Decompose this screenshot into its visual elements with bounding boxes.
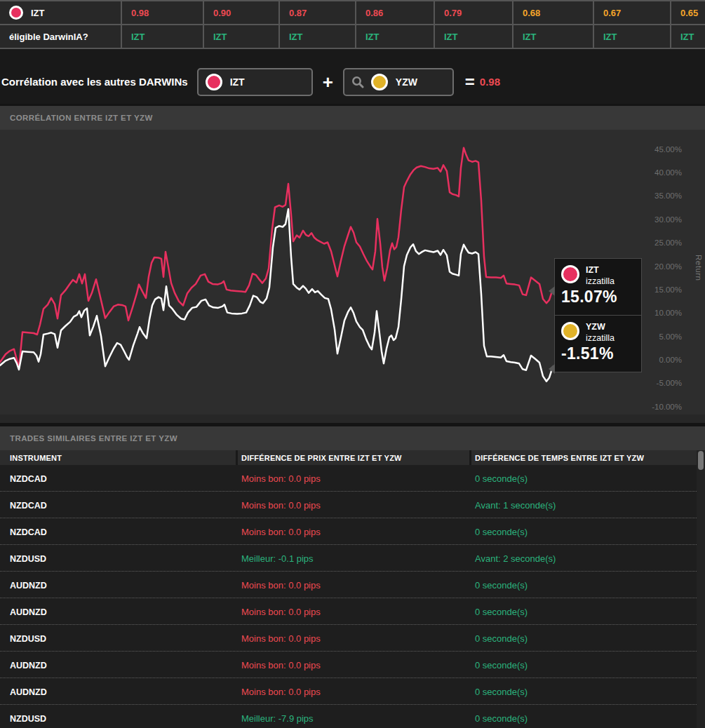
tooltip-return-value: 15.07% [561, 288, 641, 306]
yzw-dot-icon [371, 74, 388, 90]
scrollbar-thumb[interactable] [698, 451, 704, 470]
trades-column-header: DIFFÉRENCE DE PRIX ENTRE IZT ET YZW [238, 450, 469, 465]
table-row: NZDUSDMoins bon: 0.0 pips0 seconde(s) [0, 625, 705, 652]
matrix-darwin-cell: IZT [0, 1, 121, 24]
darwin-selector-left[interactable]: IZT [197, 68, 313, 96]
x-axis-band [0, 414, 705, 423]
table-row: NZDCADMoins bon: 0.0 pips0 seconde(s) [0, 518, 705, 545]
correlation-value-cell: 0.90 [204, 1, 278, 24]
price-difference-cell: Moins bon: 0.0 pips [241, 607, 321, 617]
eligible-darwin-link[interactable]: IZT [523, 32, 537, 42]
eligible-darwin-link[interactable]: IZT [213, 32, 227, 42]
series-line-izt [0, 148, 553, 368]
correlation-value-cell: 0.98 [122, 1, 203, 24]
time-difference-cell: 0 seconde(s) [475, 607, 528, 617]
tooltip-darwin-code: IZT [586, 265, 615, 276]
selected-darwin-right: YZW [396, 76, 417, 88]
y-axis-tick-label: 30.00% [654, 215, 682, 224]
correlation-value: 0.67 [603, 8, 621, 18]
y-axis-tick-label: 25.00% [654, 238, 682, 247]
time-difference-cell: 0 seconde(s) [475, 527, 528, 537]
correlation-result: 0.98 [480, 76, 500, 88]
instrument-cell: AUDNZD [10, 581, 47, 591]
matrix-darwin-label: IZT [31, 8, 45, 18]
price-difference-cell: Meilleur: -0.1 pips [241, 553, 314, 564]
correlation-value-cell: 0.87 [280, 1, 355, 24]
tooltip-darwin-owner: izzatilla [586, 333, 615, 344]
correlation-value-cell: 0.86 [356, 1, 434, 24]
table-row: AUDNZDMoins bon: 0.0 pips0 seconde(s) [0, 652, 705, 678]
tooltip-entry-yzw: YZWizzatilla-1.51% [554, 315, 642, 372]
eligible-darwin-link[interactable]: IZT [365, 32, 380, 42]
price-difference-cell: Moins bon: 0.0 pips [241, 473, 321, 484]
eligible-darwin-link[interactable]: IZT [289, 32, 303, 42]
eligible-darwin-link[interactable]: IZT [444, 32, 458, 42]
instrument-cell: AUDNZD [10, 661, 47, 670]
price-difference-cell: Moins bon: 0.0 pips [241, 580, 321, 591]
eligible-darwin-link[interactable]: IZT [603, 32, 617, 42]
matrix-row-darwin: IZT 0.980.900.870.860.790.680.670.65 [0, 1, 705, 24]
instrument-cell: AUDNZD [10, 687, 47, 697]
time-difference-cell: 0 seconde(s) [475, 660, 528, 670]
instrument-cell: NZDUSD [10, 634, 46, 644]
correlation-value: 0.98 [131, 8, 149, 18]
table-row: NZDUSDMeilleur: -0.1 pipsAvant: 2 second… [0, 545, 705, 572]
chart-tooltip: IZTizzatilla15.07%YZWizzatilla-1.51% [554, 258, 642, 372]
price-difference-cell: Moins bon: 0.0 pips [241, 527, 321, 537]
table-row: NZDCADMoins bon: 0.0 pips0 seconde(s) [0, 465, 705, 492]
y-axis-tick-label: 15.00% [654, 285, 682, 294]
tooltip-darwin-code: YZW [586, 322, 615, 333]
spacer [0, 49, 705, 60]
darwin-selector-right[interactable]: YZW [343, 68, 454, 96]
y-axis-title: Return [694, 255, 703, 281]
correlation-bar-label: Corrélation avec les autres DARWINs [1, 76, 188, 88]
series-line-yzw [0, 209, 553, 382]
search-icon [351, 76, 364, 88]
correlation-matrix-table: IZT 0.980.900.870.860.790.680.670.65 éli… [0, 0, 705, 49]
correlation-bar: Corrélation avec les autres DARWINs IZT … [0, 60, 705, 104]
eligible-darwin-cell: IZT [204, 25, 278, 48]
y-axis-tick-label: 0.00% [659, 356, 682, 364]
trades-section-title: TRADES SIMILAIRES ENTRE IZT ET YZW [10, 434, 177, 443]
instrument-cell: NZDUSD [10, 714, 46, 724]
y-axis-tick-label: 35.00% [654, 191, 682, 200]
instrument-cell: AUDNZD [10, 607, 47, 617]
trades-table: INSTRUMENTDIFFÉRENCE DE PRIX ENTRE IZT E… [0, 450, 705, 728]
price-difference-cell: Moins bon: 0.0 pips [241, 660, 321, 670]
correlation-value-cell: 0.79 [435, 1, 512, 24]
instrument-cell: NZDCAD [10, 527, 47, 537]
eligible-darwin-link[interactable]: IZT [680, 32, 694, 42]
y-axis-tick-label: 5.00% [659, 332, 682, 341]
time-difference-cell: 0 seconde(s) [475, 713, 528, 724]
table-row: AUDNZDMoins bon: 0.0 pips0 seconde(s) [0, 678, 705, 705]
eligible-darwin-cell: IZT [594, 25, 670, 48]
trades-column-header: DIFFÉRENCE DE TEMPS ENTRE IZT ET YZW [471, 450, 705, 465]
chart-section-title: CORRÉLATION ENTRE IZT ET YZW [10, 114, 153, 122]
eligible-darwin-cell: IZT [435, 25, 512, 48]
yzw-dot-icon [561, 322, 579, 340]
izt-dot-icon [206, 74, 222, 90]
matrix-row-eligible: éligible DarwinIA? IZTIZTIZTIZTIZTIZTIZT… [0, 25, 705, 48]
izt-dot-icon [9, 6, 23, 20]
tooltip-darwin-owner: izzatilla [586, 276, 615, 288]
time-difference-cell: 0 seconde(s) [475, 473, 528, 484]
equals-operator: = [454, 74, 480, 90]
correlation-value-cell: 0.67 [594, 1, 670, 24]
price-difference-cell: Moins bon: 0.0 pips [241, 687, 321, 697]
eligible-darwin-link[interactable]: IZT [131, 32, 145, 42]
correlation-value: 0.68 [523, 8, 540, 18]
scrollbar-track[interactable] [697, 450, 705, 728]
eligible-darwin-cell: IZT [122, 25, 203, 48]
correlation-value-cell: 0.68 [513, 1, 593, 24]
correlation-value: 0.65 [680, 8, 698, 18]
y-axis-tick-label: 40.00% [654, 168, 682, 177]
trades-table-body: NZDCADMoins bon: 0.0 pips0 seconde(s)NZD… [0, 465, 705, 728]
time-difference-cell: 0 seconde(s) [475, 580, 528, 591]
trades-section-header: TRADES SIMILAIRES ENTRE IZT ET YZW [0, 426, 705, 450]
trades-table-header: INSTRUMENTDIFFÉRENCE DE PRIX ENTRE IZT E… [0, 450, 705, 465]
trades-column-header: INSTRUMENT [0, 450, 236, 465]
correlation-value: 0.90 [213, 8, 231, 18]
instrument-cell: NZDCAD [10, 474, 47, 484]
chart-section-header: CORRÉLATION ENTRE IZT ET YZW [0, 106, 705, 130]
correlation-value-cell: 0.65 [671, 1, 705, 24]
